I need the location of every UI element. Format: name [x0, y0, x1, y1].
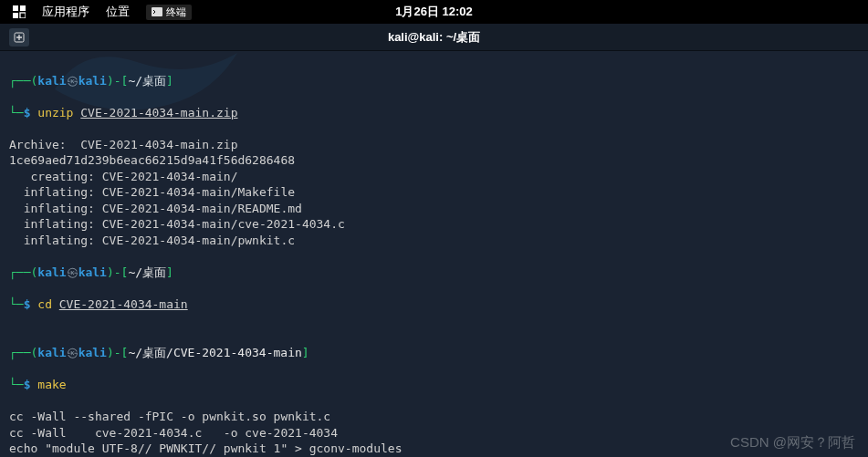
command-line: └─$ cd CVE-2021-4034-main: [9, 296, 859, 313]
command-line: └─$ unzip CVE-2021-4034-main.zip: [9, 105, 859, 121]
taskbar-terminal-label: 终端: [166, 5, 186, 19]
svg-rect-0: [13, 5, 18, 11]
taskbar-terminal[interactable]: 终端: [146, 5, 192, 20]
window-title: kali@kali: ~/桌面: [388, 29, 480, 46]
output-line: cc -Wall cve-2021-4034.c -o cve-2021-403…: [9, 426, 338, 440]
output-line: inflating: CVE-2021-4034-main/Makefile: [9, 185, 295, 199]
activities-icon[interactable]: [13, 5, 26, 18]
menu-applications[interactable]: 应用程序: [42, 4, 89, 20]
panel-clock[interactable]: 1月26日 12:02: [395, 4, 473, 20]
terminal-output[interactable]: ┌──(kali㉿kali)-[~/桌面] └─$ unzip CVE-2021…: [0, 51, 868, 457]
top-panel: 应用程序 位置 终端 1月26日 12:02: [0, 0, 868, 24]
output-line: echo "module UTF-8// PWNKIT// pwnkit 1" …: [9, 441, 402, 455]
output-line: 1ce69aed71d239b6eac66215d9a41f56d6286468: [9, 153, 295, 167]
menu-places[interactable]: 位置: [106, 4, 130, 20]
output-line: creating: CVE-2021-4034-main/: [9, 170, 237, 183]
prompt-line: ┌──(kali㉿kali)-[~/桌面]: [9, 265, 859, 281]
prompt-line: ┌──(kali㉿kali)-[~/桌面]: [9, 73, 859, 89]
output-line: cc -Wall --shared -fPIC -o pwnkit.so pwn…: [9, 410, 330, 423]
output-line: inflating: CVE-2021-4034-main/cve-2021-4…: [9, 217, 345, 231]
command-line: └─$ make: [9, 377, 859, 393]
watermark: CSDN @网安？阿哲: [730, 434, 855, 452]
output-line: inflating: CVE-2021-4034-main/README.md: [9, 202, 302, 215]
svg-rect-2: [13, 13, 18, 18]
window-titlebar: kali@kali: ~/桌面: [0, 24, 868, 51]
svg-rect-3: [20, 13, 26, 18]
svg-rect-1: [20, 5, 26, 11]
output-line: inflating: CVE-2021-4034-main/pwnkit.c: [9, 234, 295, 247]
output-line: Archive: CVE-2021-4034-main.zip: [9, 138, 237, 151]
new-tab-button[interactable]: [9, 28, 29, 47]
prompt-line: ┌──(kali㉿kali)-[~/桌面/CVE-2021-4034-main]: [9, 345, 859, 361]
svg-rect-4: [152, 7, 162, 16]
